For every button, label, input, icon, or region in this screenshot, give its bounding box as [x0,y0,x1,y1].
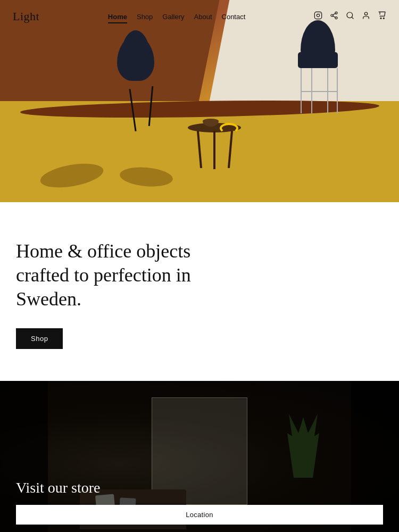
nav-item-gallery[interactable]: Gallery [162,12,184,21]
nav-links: Home Shop Gallery About Contact [108,12,245,21]
svg-point-10 [364,12,367,15]
nav-link-about[interactable]: About [194,13,212,21]
instagram-icon[interactable] [314,11,322,22]
location-button[interactable]: Location [16,505,383,525]
side-table [188,123,241,176]
chair-right-seat [298,52,338,68]
shop-button[interactable]: Shop [16,328,63,349]
nav-item-shop[interactable]: Shop [137,12,153,21]
svg-point-1 [317,14,319,16]
nav-link-shop[interactable]: Shop [137,13,153,21]
headphone [220,123,238,134]
nav-item-home[interactable]: Home [108,12,127,21]
store-content: Visit our store Location [0,381,399,532]
search-icon[interactable] [346,11,354,22]
table-leg1 [196,131,202,168]
nav-link-gallery[interactable]: Gallery [162,13,184,21]
main-heading: Home & office objects crafted to perfect… [16,239,239,311]
chair-left-leg2 [148,86,154,126]
bowl [203,119,219,127]
table-leg2 [213,131,215,169]
chair-left-leg1 [129,89,136,131]
text-section: Home & office objects crafted to perfect… [0,202,399,381]
cart-icon[interactable] [378,11,386,22]
store-background: Visit our store Location [0,381,399,532]
nav-link-home[interactable]: Home [108,13,127,21]
brand-logo[interactable]: Light [13,10,39,23]
navbar: Light Home Shop Gallery About Contact [0,0,399,33]
svg-point-12 [383,18,384,19]
chair-left [112,30,160,137]
chair-right [295,20,343,116]
svg-point-11 [380,18,381,19]
nav-icons [314,11,386,22]
table-leg3 [227,131,232,168]
svg-line-9 [352,17,353,19]
store-section: Visit our store Location [0,381,399,532]
chair-right-crossbar [301,91,338,92]
account-icon[interactable] [362,11,370,22]
svg-line-6 [333,16,336,18]
nav-link-contact[interactable]: Contact [222,13,246,21]
chair-left-seat [117,36,154,81]
svg-rect-0 [314,12,321,19]
store-heading: Visit our store [16,479,383,496]
share-icon[interactable] [330,11,338,22]
svg-line-7 [333,13,336,15]
nav-item-about[interactable]: About [194,12,212,21]
nav-item-contact[interactable]: Contact [222,12,246,21]
svg-point-2 [320,13,320,14]
